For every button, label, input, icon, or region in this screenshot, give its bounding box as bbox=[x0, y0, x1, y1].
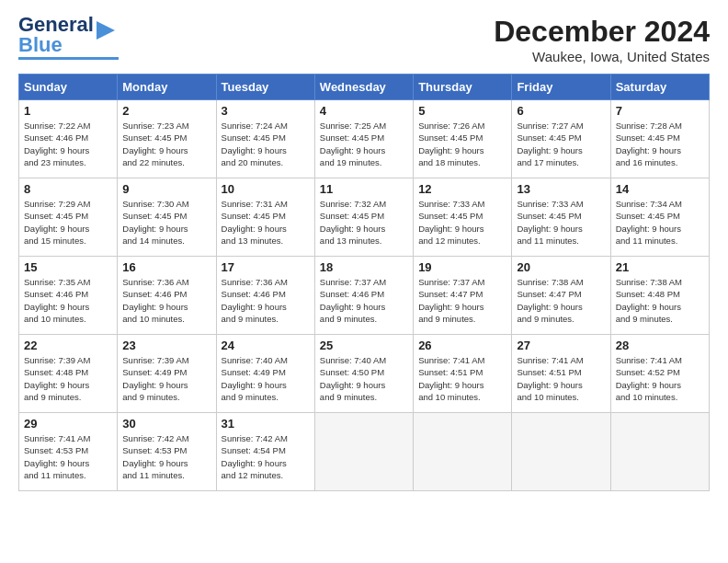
day-info: Sunrise: 7:38 AM Sunset: 4:48 PM Dayligh… bbox=[616, 276, 704, 325]
day-number: 20 bbox=[517, 260, 605, 274]
calendar-cell: 28Sunrise: 7:41 AM Sunset: 4:52 PM Dayli… bbox=[610, 335, 709, 413]
calendar-table: Sunday Monday Tuesday Wednesday Thursday… bbox=[18, 74, 710, 491]
calendar-cell: 20Sunrise: 7:38 AM Sunset: 4:47 PM Dayli… bbox=[512, 257, 610, 335]
header-friday: Friday bbox=[512, 75, 610, 100]
calendar-cell: 12Sunrise: 7:33 AM Sunset: 4:45 PM Dayli… bbox=[414, 178, 512, 257]
day-number: 22 bbox=[24, 339, 112, 352]
calendar-cell: 13Sunrise: 7:33 AM Sunset: 4:45 PM Dayli… bbox=[512, 178, 610, 257]
day-info: Sunrise: 7:24 AM Sunset: 4:45 PM Dayligh… bbox=[222, 120, 310, 168]
day-info: Sunrise: 7:41 AM Sunset: 4:52 PM Dayligh… bbox=[616, 354, 704, 403]
calendar-cell: 22Sunrise: 7:39 AM Sunset: 4:48 PM Dayli… bbox=[19, 335, 118, 413]
calendar-cell: 1Sunrise: 7:22 AM Sunset: 4:46 PM Daylig… bbox=[19, 100, 118, 178]
day-info: Sunrise: 7:34 AM Sunset: 4:45 PM Dayligh… bbox=[616, 198, 704, 247]
calendar-week-row: 1Sunrise: 7:22 AM Sunset: 4:46 PM Daylig… bbox=[19, 100, 710, 178]
calendar-cell bbox=[512, 413, 610, 491]
day-number: 30 bbox=[122, 417, 210, 431]
day-number: 18 bbox=[320, 260, 408, 274]
logo-arrow-icon bbox=[97, 17, 119, 43]
day-number: 4 bbox=[320, 104, 408, 118]
day-number: 16 bbox=[122, 260, 210, 274]
calendar-cell: 29Sunrise: 7:41 AM Sunset: 4:53 PM Dayli… bbox=[19, 413, 118, 491]
header: GeneralBlue December 2024 Waukee, Iowa, … bbox=[18, 15, 710, 64]
header-saturday: Saturday bbox=[610, 75, 709, 100]
calendar-cell bbox=[610, 413, 709, 491]
day-number: 17 bbox=[222, 260, 310, 274]
day-number: 7 bbox=[616, 104, 704, 118]
day-info: Sunrise: 7:37 AM Sunset: 4:46 PM Dayligh… bbox=[320, 276, 408, 325]
day-number: 9 bbox=[122, 182, 210, 196]
calendar-cell: 14Sunrise: 7:34 AM Sunset: 4:45 PM Dayli… bbox=[610, 178, 709, 257]
day-number: 27 bbox=[517, 339, 605, 352]
calendar-cell: 3Sunrise: 7:24 AM Sunset: 4:45 PM Daylig… bbox=[216, 100, 314, 178]
logo: GeneralBlue bbox=[18, 15, 119, 60]
calendar-cell: 23Sunrise: 7:39 AM Sunset: 4:49 PM Dayli… bbox=[118, 335, 216, 413]
calendar-cell: 31Sunrise: 7:42 AM Sunset: 4:54 PM Dayli… bbox=[216, 413, 314, 491]
location: Waukee, Iowa, United States bbox=[494, 49, 710, 64]
header-monday: Monday bbox=[118, 75, 216, 100]
calendar-week-row: 29Sunrise: 7:41 AM Sunset: 4:53 PM Dayli… bbox=[19, 413, 710, 491]
svg-marker-0 bbox=[97, 21, 115, 40]
calendar-cell: 10Sunrise: 7:31 AM Sunset: 4:45 PM Dayli… bbox=[216, 178, 314, 257]
day-number: 24 bbox=[222, 339, 310, 352]
calendar-cell: 8Sunrise: 7:29 AM Sunset: 4:45 PM Daylig… bbox=[19, 178, 118, 257]
calendar-week-row: 22Sunrise: 7:39 AM Sunset: 4:48 PM Dayli… bbox=[19, 335, 710, 413]
day-info: Sunrise: 7:31 AM Sunset: 4:45 PM Dayligh… bbox=[222, 198, 310, 247]
day-info: Sunrise: 7:29 AM Sunset: 4:45 PM Dayligh… bbox=[24, 198, 112, 247]
day-info: Sunrise: 7:26 AM Sunset: 4:45 PM Dayligh… bbox=[418, 120, 506, 168]
day-number: 26 bbox=[418, 339, 506, 352]
logo-text: GeneralBlue bbox=[18, 15, 94, 55]
calendar-cell: 26Sunrise: 7:41 AM Sunset: 4:51 PM Dayli… bbox=[414, 335, 512, 413]
header-sunday: Sunday bbox=[19, 75, 118, 100]
calendar-cell: 19Sunrise: 7:37 AM Sunset: 4:47 PM Dayli… bbox=[414, 257, 512, 335]
day-info: Sunrise: 7:38 AM Sunset: 4:47 PM Dayligh… bbox=[517, 276, 605, 325]
day-info: Sunrise: 7:35 AM Sunset: 4:46 PM Dayligh… bbox=[24, 276, 112, 325]
logo-blue-text: Blue bbox=[18, 33, 63, 56]
calendar-cell: 27Sunrise: 7:41 AM Sunset: 4:51 PM Dayli… bbox=[512, 335, 610, 413]
day-info: Sunrise: 7:41 AM Sunset: 4:51 PM Dayligh… bbox=[418, 354, 506, 403]
day-number: 10 bbox=[222, 182, 310, 196]
calendar-week-row: 15Sunrise: 7:35 AM Sunset: 4:46 PM Dayli… bbox=[19, 257, 710, 335]
day-number: 28 bbox=[616, 339, 704, 352]
day-info: Sunrise: 7:25 AM Sunset: 4:45 PM Dayligh… bbox=[320, 120, 408, 168]
day-number: 23 bbox=[122, 339, 210, 352]
calendar-cell: 5Sunrise: 7:26 AM Sunset: 4:45 PM Daylig… bbox=[414, 100, 512, 178]
month-title: December 2024 bbox=[494, 15, 710, 49]
day-info: Sunrise: 7:27 AM Sunset: 4:45 PM Dayligh… bbox=[517, 120, 605, 168]
day-number: 14 bbox=[616, 182, 704, 196]
calendar-cell: 7Sunrise: 7:28 AM Sunset: 4:45 PM Daylig… bbox=[610, 100, 709, 178]
day-number: 2 bbox=[122, 104, 210, 118]
header-tuesday: Tuesday bbox=[216, 75, 314, 100]
day-number: 15 bbox=[24, 260, 112, 274]
day-info: Sunrise: 7:42 AM Sunset: 4:54 PM Dayligh… bbox=[222, 432, 310, 481]
day-number: 11 bbox=[320, 182, 408, 196]
header-thursday: Thursday bbox=[414, 75, 512, 100]
day-number: 21 bbox=[616, 260, 704, 274]
calendar-cell: 17Sunrise: 7:36 AM Sunset: 4:46 PM Dayli… bbox=[216, 257, 314, 335]
day-info: Sunrise: 7:33 AM Sunset: 4:45 PM Dayligh… bbox=[418, 198, 506, 247]
day-info: Sunrise: 7:23 AM Sunset: 4:45 PM Dayligh… bbox=[122, 120, 210, 168]
calendar-cell: 16Sunrise: 7:36 AM Sunset: 4:46 PM Dayli… bbox=[118, 257, 216, 335]
day-number: 8 bbox=[24, 182, 112, 196]
title-section: December 2024 Waukee, Iowa, United State… bbox=[494, 15, 710, 64]
day-info: Sunrise: 7:22 AM Sunset: 4:46 PM Dayligh… bbox=[24, 120, 112, 168]
calendar-cell: 30Sunrise: 7:42 AM Sunset: 4:53 PM Dayli… bbox=[118, 413, 216, 491]
day-info: Sunrise: 7:30 AM Sunset: 4:45 PM Dayligh… bbox=[122, 198, 210, 247]
day-info: Sunrise: 7:36 AM Sunset: 4:46 PM Dayligh… bbox=[122, 276, 210, 325]
calendar-cell: 11Sunrise: 7:32 AM Sunset: 4:45 PM Dayli… bbox=[314, 178, 413, 257]
day-info: Sunrise: 7:32 AM Sunset: 4:45 PM Dayligh… bbox=[320, 198, 408, 247]
day-info: Sunrise: 7:28 AM Sunset: 4:45 PM Dayligh… bbox=[616, 120, 704, 168]
calendar-cell: 21Sunrise: 7:38 AM Sunset: 4:48 PM Dayli… bbox=[610, 257, 709, 335]
calendar-cell: 15Sunrise: 7:35 AM Sunset: 4:46 PM Dayli… bbox=[19, 257, 118, 335]
day-number: 5 bbox=[418, 104, 506, 118]
calendar-cell: 18Sunrise: 7:37 AM Sunset: 4:46 PM Dayli… bbox=[314, 257, 413, 335]
header-wednesday: Wednesday bbox=[314, 75, 413, 100]
day-number: 13 bbox=[517, 182, 605, 196]
day-number: 3 bbox=[222, 104, 310, 118]
calendar-cell: 9Sunrise: 7:30 AM Sunset: 4:45 PM Daylig… bbox=[118, 178, 216, 257]
header-row: Sunday Monday Tuesday Wednesday Thursday… bbox=[19, 75, 710, 100]
day-number: 1 bbox=[24, 104, 112, 118]
day-info: Sunrise: 7:39 AM Sunset: 4:48 PM Dayligh… bbox=[24, 354, 112, 403]
day-number: 29 bbox=[24, 417, 112, 431]
day-info: Sunrise: 7:36 AM Sunset: 4:46 PM Dayligh… bbox=[222, 276, 310, 325]
calendar-cell: 2Sunrise: 7:23 AM Sunset: 4:45 PM Daylig… bbox=[118, 100, 216, 178]
